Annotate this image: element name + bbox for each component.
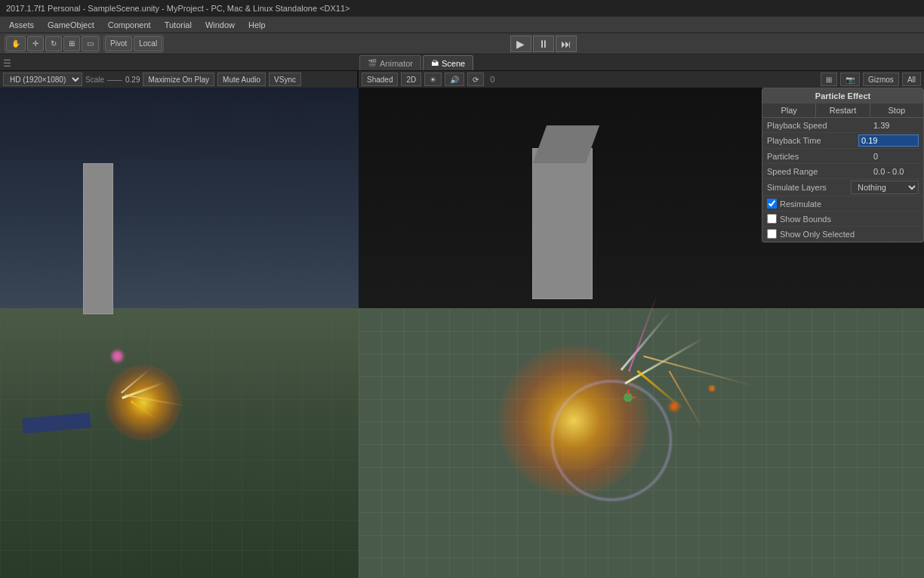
scene-view: Shaded 2D ☀ 🔊 ⟳ 0 ⊞ 📷 Gizmos All [359,71,924,578]
playback-time-label: Playback Time [767,136,858,145]
particle-panel: Particle Effect Play Restart Stop Playba… [762,88,924,243]
show-only-selected-row: Show Only Selected [762,227,923,242]
pivot-group: Pivot Local [103,35,164,53]
particles-row: Particles 0 [762,149,923,164]
show-bounds-row: Show Bounds [762,212,923,227]
fx-btn[interactable]: ⟳ [467,73,484,86]
glow-ring [551,380,672,501]
playback-time-row: Playback Time [762,133,923,149]
menu-component[interactable]: Component [102,19,157,31]
menu-help[interactable]: Help [242,19,272,31]
vsync-btn[interactable]: VSync [269,73,301,86]
menu-gameobject[interactable]: GameObject [42,19,100,31]
move-tool-btn[interactable]: ✛ [27,36,44,51]
panel-tabs: ☰ 🎬 Animator 🏔 Scene [0,54,924,71]
playback-speed-label: Playback Speed [767,121,873,130]
particles-label: Particles [767,152,873,161]
play-btn[interactable]: ▶ [510,36,531,52]
all-btn[interactable]: All [902,73,921,86]
show-bounds-checkbox[interactable] [767,214,777,224]
scale-value: 0.29 [125,76,140,84]
mute-audio-btn[interactable]: Mute Audio [217,73,266,86]
step-btn[interactable]: ⏭ [556,36,577,52]
scale-tool-btn[interactable]: ⊞ [63,36,80,51]
2d-btn[interactable]: 2D [401,73,421,86]
ground-game [0,308,359,578]
simulate-layers-label: Simulate Layers [767,183,851,192]
tab-scene[interactable]: 🏔 Scene [423,55,473,70]
simulate-layers-select[interactable]: Nothing [851,181,919,194]
rotate-tool-btn[interactable]: ↻ [45,36,62,51]
title-bar: 2017.1.7f1 Personal - SampleScene.unity … [0,0,924,17]
visibility-value: 0 [487,75,497,84]
shaded-btn[interactable]: Shaded [362,73,398,86]
toolbar: ✋ ✛ ↻ ⊞ ▭ Pivot Local ▶ ⏸ ⏭ [0,33,924,54]
playback-speed-value: 1.39 [873,121,919,130]
sky-bg [0,88,359,308]
menu-bar: Assets GameObject Component Tutorial Win… [0,17,924,33]
panel-tab-list-icon[interactable]: ☰ [3,58,11,70]
game-view-toolbar: HD (1920×1080) Scale —— 0.29 Maximize On… [0,71,357,88]
tab-animator[interactable]: 🎬 Animator [359,55,421,70]
particle-stop-btn[interactable]: Stop [870,104,923,117]
particle-panel-title: Particle Effect [762,88,923,104]
show-only-selected-label: Show Only Selected [780,230,919,239]
menu-assets[interactable]: Assets [3,19,40,31]
show-only-selected-checkbox[interactable] [767,229,777,239]
title-text: 2017.1.7f1 Personal - SampleScene.unity … [6,4,350,13]
scene-view-toolbar: Shaded 2D ☀ 🔊 ⟳ 0 ⊞ 📷 Gizmos All [359,71,924,88]
scene-move-gizmo[interactable] [619,388,637,406]
camera-btn[interactable]: 📷 [840,73,860,86]
scale-label: Scale [85,76,104,84]
scene-wall [532,148,593,299]
playback-speed-row: Playback Speed 1.39 [762,118,923,133]
game-canvas [0,88,359,578]
gizmos-btn[interactable]: Gizmos [863,73,899,86]
pivot-btn[interactable]: Pivot [105,36,132,51]
particle-restart-btn[interactable]: Restart [816,104,870,117]
speed-range-label: Speed Range [767,167,873,176]
menu-window[interactable]: Window [199,19,241,31]
svg-rect-12 [631,397,636,398]
main-content: HD (1920×1080) Scale —— 0.29 Maximize On… [0,71,924,578]
speed-range-row: Speed Range 0.0 - 0.0 [762,164,923,179]
scene-canvas[interactable]: Y X Z < Persp Particle Effect Play Res [359,88,924,578]
play-controls: ▶ ⏸ ⏭ [510,36,577,52]
transform-tools-group: ✋ ✛ ↻ ⊞ ▭ [5,35,100,53]
resimulate-row: Resimulate [762,196,923,212]
resimulate-checkbox[interactable] [767,199,777,209]
grid-btn[interactable]: ⊞ [821,73,837,86]
show-bounds-label: Show Bounds [780,215,919,224]
particle-play-btn[interactable]: Play [762,104,816,117]
rect-tool-btn[interactable]: ▭ [82,36,99,51]
particles-value: 0 [873,152,919,161]
particle-panel-buttons: Play Restart Stop [762,104,923,118]
menu-tutorial[interactable]: Tutorial [159,19,198,31]
local-btn[interactable]: Local [134,36,162,51]
pause-btn[interactable]: ⏸ [533,36,554,52]
resolution-select[interactable]: HD (1920×1080) [3,73,82,86]
audio-btn[interactable]: 🔊 [445,73,464,86]
game-view: HD (1920×1080) Scale —— 0.29 Maximize On… [0,71,359,578]
scale-slider-icon: —— [107,76,122,84]
speed-range-value: 0.0 - 0.0 [873,167,919,176]
playback-time-input[interactable] [858,134,919,147]
hand-tool-btn[interactable]: ✋ [6,36,26,51]
resimulate-label: Resimulate [780,199,919,209]
maximize-on-play-btn[interactable]: Maximize On Play [143,73,214,86]
wall-left [83,163,113,314]
lighting-btn[interactable]: ☀ [424,73,442,86]
svg-rect-11 [627,390,629,394]
simulate-layers-row: Simulate Layers Nothing [762,179,923,196]
